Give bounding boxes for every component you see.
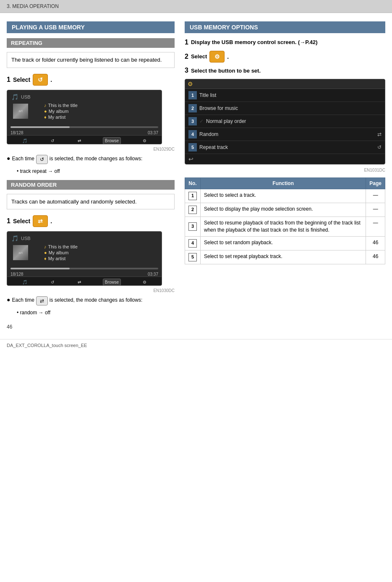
repeat-icon-button[interactable]: ↺ — [33, 74, 48, 86]
left-column: PLAYING A USB MEMORY REPEATING The track… — [7, 21, 175, 331]
menu-item-label-3: Normal play order — [206, 118, 382, 124]
random-info-box: Tracks can be automatically and randomly… — [7, 194, 175, 210]
num-box-2: 2 — [188, 206, 197, 214]
usb-bottom2-icon-3: ⇄ — [76, 279, 83, 285]
album-1: My album — [49, 109, 69, 114]
table-row-1: 1Select to select a track.— — [185, 189, 385, 203]
random-step1-text: Select — [13, 218, 30, 224]
progress-bar-2 — [10, 268, 158, 269]
random-header: RANDOM ORDER — [11, 182, 57, 188]
menu-item-3[interactable]: 3 ✓ Normal play order — [185, 115, 385, 128]
artist-2: My artist — [48, 256, 66, 261]
usb-bottom-icon-2: ↺ — [49, 138, 56, 144]
right-column: USB MEMORY OPTIONS 1 Display the USB mem… — [185, 21, 385, 331]
menu-settings-icon: ⚙ — [188, 81, 193, 87]
random-step1-period: . — [50, 218, 52, 224]
table-row-4: 4Select to set random playback.46 — [185, 236, 385, 250]
repeat-icon-inline-1: ↺ — [36, 155, 48, 164]
usb-bottom2-icon-4: ⚙ — [141, 279, 148, 285]
usb-bottom-icon-1: 🎵 — [21, 138, 29, 144]
random-sub-note: • random → off — [7, 309, 175, 316]
random-icon-inline-1: ⇄ — [36, 296, 48, 305]
repeat-icon-menu: ↺ — [377, 144, 382, 150]
menu-top-bar: ⚙ — [185, 79, 385, 89]
browse-btn-2[interactable]: Browse — [103, 279, 121, 286]
right-step3-block: 3 Select the button to be set. — [185, 67, 385, 75]
random-header-wrapper: RANDOM ORDER — [7, 180, 175, 190]
usb-bottom-1: 🎵 ↺ ⇄ Browse ⚙ — [7, 135, 162, 144]
repeating-step1-num: 1 — [7, 76, 10, 84]
random-step1-num: 1 — [7, 217, 10, 225]
track-title-1: This is the title — [48, 103, 78, 108]
album-art-2: art — [13, 245, 28, 260]
num-box-5: 5 — [188, 253, 197, 261]
table-cell-page-1: — — [366, 189, 385, 203]
repeating-step1-row: 1 Select ↺ . — [7, 74, 175, 86]
time-1: 03:37 — [148, 130, 158, 135]
menu-item-4[interactable]: 4 Random ⇄ — [185, 128, 385, 141]
screen-label-1: EN1029DC — [7, 147, 175, 151]
usb-screen-2: 🎵 USB art ♪This is the title ●My album ♦… — [7, 231, 162, 286]
random-icon-button[interactable]: ⇄ — [33, 215, 48, 227]
menu-item-5[interactable]: 5 Repeat track ↺ — [185, 141, 385, 154]
menu-item-label-4: Random — [199, 131, 375, 137]
menu-screen: ⚙ 1 Title list 2 Browse for music 3 ✓ No… — [185, 79, 385, 164]
menu-item-label-1: Title list — [199, 92, 382, 98]
page-number: 46 — [7, 321, 175, 331]
usb-label-1: USB — [21, 94, 31, 99]
num-box-3: 3 — [188, 222, 197, 231]
album-art-1: art — [13, 104, 28, 119]
browse-btn-1[interactable]: Browse — [103, 137, 121, 144]
check-icon-3: ✓ — [199, 118, 204, 124]
right-step2-row: 2 Select ⚙ . — [185, 51, 385, 63]
right-step2-period: . — [227, 53, 229, 60]
options-table: No. Function Page 1Select to select a tr… — [185, 177, 385, 264]
num-box-4: 4 — [188, 239, 197, 248]
table-row-5: 5Select to set repeat playback track.46 — [185, 250, 385, 264]
menu-item-1[interactable]: 1 Title list — [185, 89, 385, 102]
menu-back-button[interactable]: ↩ — [185, 154, 385, 164]
chapter-header: 3. MEDIA OPERATION — [0, 0, 392, 13]
menu-num-4: 4 — [188, 130, 197, 138]
random-bullet-note: ● Each time ⇄ is selected, the mode chan… — [7, 296, 175, 305]
usb-bottom2-icon-2: ↺ — [49, 279, 56, 285]
menu-item-2[interactable]: 2 Browse for music — [185, 102, 385, 115]
chapter-title: 3. MEDIA OPERATION — [7, 3, 59, 9]
repeating-sub-note: • track repeat → off — [7, 167, 175, 175]
repeating-bullet-text1: Each time — [12, 155, 34, 162]
repeating-step1-text: Select — [13, 76, 30, 83]
menu-num-3: 3 — [188, 117, 197, 125]
menu-item-label-2: Browse for music — [199, 105, 382, 111]
table-cell-num-1: 1 — [185, 189, 201, 203]
menu-num-5: 5 — [188, 143, 197, 151]
right-step2-text: Select — [191, 52, 207, 61]
right-step2-block: 2 Select ⚙ . — [185, 51, 385, 63]
table-cell-page-5: 46 — [366, 250, 385, 264]
table-cell-page-4: 46 — [366, 236, 385, 250]
settings-icon-button[interactable]: ⚙ — [209, 51, 225, 63]
right-step3-num: 3 — [185, 67, 188, 74]
repeating-step1-period: . — [50, 76, 52, 83]
repeating-info-box: The track or folder currently being list… — [7, 52, 175, 68]
usb-label-2: USB — [21, 236, 31, 241]
menu-screen-label: EN1031DC — [185, 168, 385, 172]
track-info-1: 18/128 — [10, 130, 24, 135]
random-bullet-text2: is selected, the mode changes as follows… — [50, 296, 142, 304]
table-cell-function-3: Select to resume playback of tracks from… — [201, 217, 366, 237]
random-section: RANDOM ORDER Tracks can be automatically… — [7, 180, 175, 317]
album-2: My album — [49, 250, 69, 255]
right-step1-row: 1 Display the USB memory control screen.… — [185, 38, 385, 47]
menu-items-list: 1 Title list 2 Browse for music 3 ✓ Norm… — [185, 89, 385, 154]
table-cell-function-4: Select to set random playback. — [201, 236, 366, 250]
table-row-2: 2Select to display the play mode selecti… — [185, 203, 385, 217]
usb-info-2: ♪This is the title ●My album ♦My artist — [31, 244, 78, 261]
right-step3-row: 3 Select the button to be set. — [185, 67, 385, 75]
right-section-title: USB MEMORY OPTIONS — [185, 21, 385, 33]
progress-fill-1 — [10, 126, 70, 128]
repeating-bullet-note: ● Each time ↺ is selected, the mode chan… — [7, 155, 175, 164]
right-step2-num: 2 — [185, 53, 188, 60]
artist-1: My artist — [48, 115, 66, 120]
screen-label-2: EN1030DC — [7, 288, 175, 293]
usb-screen-1: 🎵 USB art ♪This is the title ●My album ♦… — [7, 90, 162, 144]
usb-info-1: ♪This is the title ●My album ♦My artist — [31, 103, 78, 120]
